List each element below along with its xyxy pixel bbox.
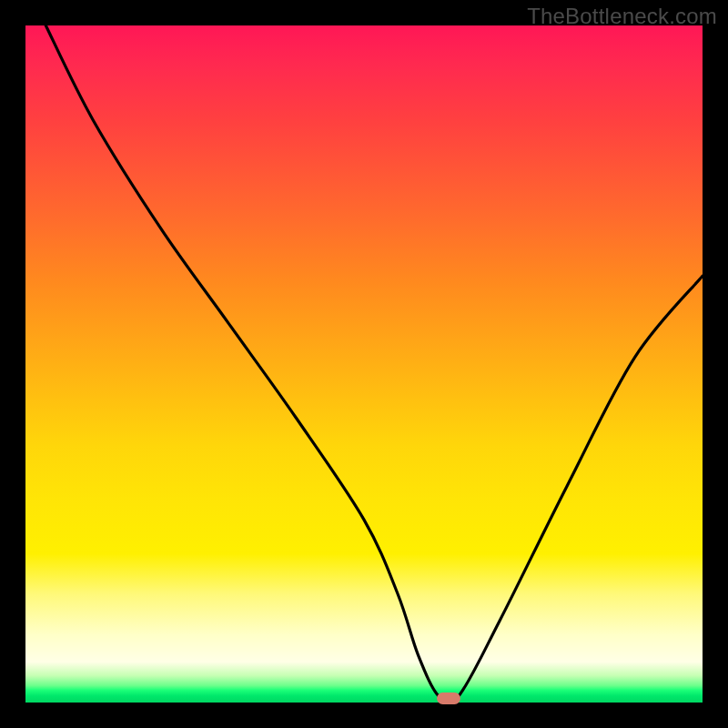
plot-area bbox=[25, 25, 703, 703]
bottleneck-curve bbox=[46, 25, 703, 703]
curve-layer bbox=[25, 25, 703, 703]
chart-frame: TheBottleneck.com bbox=[0, 0, 728, 728]
minimum-marker bbox=[437, 693, 460, 704]
watermark-text: TheBottleneck.com bbox=[527, 4, 717, 29]
